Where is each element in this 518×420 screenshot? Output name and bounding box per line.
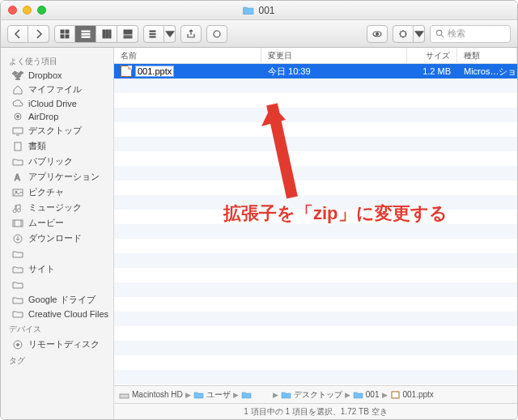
view-columns-button[interactable]: [96, 25, 117, 43]
arrange-group: [143, 25, 176, 43]
path-segment-label: デスクトップ: [294, 389, 342, 401]
svg-rect-0: [61, 30, 64, 33]
sidebar-item-remote-disc[interactable]: リモートディスク: [1, 337, 113, 352]
path-segment[interactable]: Macintosh HD: [119, 390, 183, 399]
back-button[interactable]: [7, 25, 28, 43]
window-title-text: 001: [258, 5, 274, 16]
chevron-right-icon: ▶: [185, 391, 191, 399]
svg-point-23: [17, 116, 19, 118]
svg-rect-2: [61, 35, 64, 38]
sidebar-item[interactable]: Aアプリケーション: [1, 169, 113, 185]
nav-group: [7, 25, 49, 43]
svg-rect-13: [150, 31, 155, 32]
chevron-right-icon: ▶: [233, 391, 239, 399]
svg-rect-14: [150, 33, 155, 34]
finder-window: 001 検索 よく: [0, 0, 518, 420]
sidebar-item[interactable]: Creative Cloud Files: [1, 308, 113, 320]
svg-line-21: [441, 35, 444, 37]
column-size[interactable]: サイズ: [407, 48, 457, 63]
svg-rect-6: [82, 36, 90, 38]
path-segment[interactable]: [241, 389, 270, 401]
quicklook-button[interactable]: [367, 25, 388, 43]
svg-point-16: [214, 31, 220, 37]
sidebar-item[interactable]: Dropbox: [1, 69, 113, 82]
path-segment[interactable]: 001.pptx: [390, 390, 434, 399]
main-area: 名前 変更日 サイズ 種類 001.pptx今日 10:391.2 MBMicr…: [114, 48, 517, 419]
sidebar-item-label: [28, 278, 46, 291]
filename-edit-field[interactable]: 001.pptx: [135, 66, 174, 77]
sidebar-item[interactable]: デスクトップ: [1, 123, 113, 138]
search-field[interactable]: 検索: [430, 25, 511, 43]
view-list-button[interactable]: [75, 25, 96, 43]
view-group: [54, 25, 138, 43]
view-icons-button[interactable]: [54, 25, 75, 43]
table-row[interactable]: 001.pptx今日 10:391.2 MBMicros…ション: [114, 64, 517, 78]
sidebar-item[interactable]: パブリック: [1, 154, 113, 169]
arrange-button[interactable]: [143, 25, 164, 43]
sidebar-item[interactable]: ピクチャ: [1, 185, 113, 200]
sidebar-item[interactable]: [1, 246, 113, 261]
forward-button[interactable]: [28, 25, 49, 43]
sidebar-item-label: ピクチャ: [28, 186, 64, 198]
sidebar-item[interactable]: AirDrop: [1, 110, 113, 123]
search-icon: [435, 29, 444, 38]
sidebar-item-label: サイト: [28, 263, 55, 275]
sidebar-item-label: デスクトップ: [28, 125, 82, 137]
path-segment-label: ユーザ: [206, 389, 231, 401]
svg-rect-10: [124, 30, 132, 34]
chevron-right-icon: ▶: [382, 391, 388, 399]
action-group: [393, 25, 425, 43]
svg-rect-24: [13, 128, 23, 134]
sidebar-item-label: Creative Cloud Files: [28, 309, 108, 319]
svg-rect-37: [392, 392, 399, 398]
svg-rect-11: [124, 36, 132, 36]
action-menu-button[interactable]: [414, 25, 425, 43]
tags-button[interactable]: [206, 25, 227, 43]
column-name[interactable]: 名前: [114, 48, 261, 63]
sidebar-item-label: リモートディスク: [28, 338, 100, 350]
sidebar-item[interactable]: iCloud Drive: [1, 97, 113, 110]
sidebar-item-label: ダウンロード: [28, 232, 82, 244]
sidebar-item[interactable]: Google ドライブ: [1, 292, 113, 308]
sidebar-section-tags: タグ: [1, 352, 113, 368]
column-kind[interactable]: 種類: [457, 48, 517, 63]
sidebar-item[interactable]: ダウンロード: [1, 231, 113, 246]
sidebar-item[interactable]: サイト: [1, 261, 113, 277]
sidebar-item[interactable]: 書類: [1, 138, 113, 154]
file-list[interactable]: 001.pptx今日 10:391.2 MBMicros…ション 拡張子を「zi…: [114, 64, 517, 385]
path-bar[interactable]: Macintosh HD▶ユーザ▶ ▶デスクトップ▶001▶001.pptx: [114, 385, 517, 403]
svg-text:A: A: [15, 173, 20, 182]
sidebar-item-label: [28, 248, 46, 260]
path-segment[interactable]: ユーザ: [193, 389, 231, 401]
svg-point-35: [17, 343, 19, 346]
sidebar-item[interactable]: ミュージック: [1, 200, 113, 215]
sidebar-item[interactable]: マイファイル: [1, 82, 113, 97]
arrange-menu-button[interactable]: [164, 25, 176, 43]
path-segment[interactable]: 001: [353, 390, 380, 399]
sidebar-item[interactable]: [1, 277, 113, 292]
file-kind: Micros…ション: [457, 66, 517, 78]
sidebar-item-label: マイファイル: [28, 83, 82, 95]
view-coverflow-button[interactable]: [117, 25, 138, 43]
sidebar-section-favorites: よく使う項目: [1, 53, 113, 69]
svg-rect-26: [15, 142, 21, 151]
path-segment[interactable]: デスクトップ: [281, 389, 342, 401]
svg-rect-8: [106, 30, 108, 38]
chevron-right-icon: ▶: [345, 391, 350, 399]
sidebar-item[interactable]: ムービー: [1, 215, 113, 231]
action-button[interactable]: [393, 25, 414, 43]
share-button[interactable]: [180, 25, 202, 43]
svg-point-20: [436, 30, 441, 35]
path-segment-label: 001.pptx: [403, 390, 434, 399]
path-segment-label: Macintosh HD: [132, 390, 183, 399]
sidebar-item-label: ムービー: [28, 217, 64, 229]
file-icon: [121, 66, 132, 77]
svg-rect-36: [120, 394, 129, 398]
svg-rect-7: [103, 30, 105, 38]
sidebar-item-label: ミュージック: [28, 202, 82, 214]
column-date[interactable]: 変更日: [261, 48, 407, 63]
file-size: 1.2 MB: [407, 66, 457, 76]
search-placeholder: 検索: [448, 28, 465, 40]
window-title: 001: [1, 5, 517, 16]
sidebar-item-label: Dropbox: [28, 70, 62, 80]
